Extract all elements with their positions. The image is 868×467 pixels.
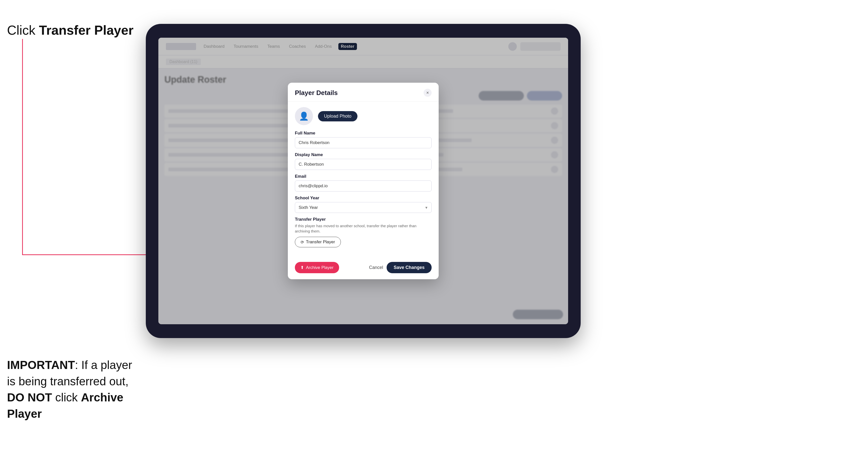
- modal-footer: ⬆ Archive Player Cancel Save Changes: [288, 258, 439, 279]
- transfer-btn-label: Transfer Player: [306, 240, 335, 245]
- player-details-modal: Player Details × 👤 Upload Photo Full Nam: [288, 83, 439, 279]
- school-year-select[interactable]: First Year Second Year Third Year Fourth…: [295, 202, 432, 213]
- cancel-button[interactable]: Cancel: [369, 265, 383, 270]
- school-year-label: School Year: [295, 195, 432, 200]
- avatar-circle: 👤: [295, 107, 313, 125]
- full-name-label: Full Name: [295, 131, 432, 136]
- save-changes-button[interactable]: Save Changes: [386, 262, 432, 273]
- email-field: Email: [295, 174, 432, 191]
- instruction-highlight: Transfer Player: [39, 23, 133, 37]
- instruction-prefix: Click: [7, 23, 39, 37]
- school-year-select-wrapper: First Year Second Year Third Year Fourth…: [295, 202, 432, 213]
- archive-btn-label: Archive Player: [306, 265, 334, 270]
- display-name-field: Display Name: [295, 152, 432, 170]
- do-not-label: DO NOT: [7, 391, 52, 404]
- tablet-screen: Dashboard Tournaments Teams Coaches Add-…: [158, 38, 568, 324]
- email-input[interactable]: [295, 181, 432, 191]
- transfer-icon: ⟳: [301, 240, 304, 245]
- upload-photo-button[interactable]: Upload Photo: [318, 111, 358, 121]
- transfer-player-button[interactable]: ⟳ Transfer Player: [295, 237, 341, 247]
- full-name-input[interactable]: [295, 137, 432, 148]
- annotation-line-vertical: [22, 39, 23, 255]
- photo-row: 👤 Upload Photo: [295, 107, 432, 125]
- modal-header: Player Details ×: [288, 83, 439, 101]
- tablet-device: Dashboard Tournaments Teams Coaches Add-…: [146, 24, 581, 338]
- modal-overlay: Player Details × 👤 Upload Photo Full Nam: [158, 38, 568, 324]
- archive-player-button[interactable]: ⬆ Archive Player: [295, 262, 339, 273]
- avatar-icon: 👤: [299, 111, 309, 121]
- modal-title: Player Details: [295, 89, 338, 97]
- archive-icon: ⬆: [300, 265, 304, 270]
- instruction-top: Click Transfer Player: [7, 23, 133, 38]
- full-name-field: Full Name: [295, 131, 432, 148]
- transfer-section-description: If this player has moved to another scho…: [295, 223, 432, 234]
- display-name-label: Display Name: [295, 152, 432, 157]
- transfer-section-label: Transfer Player: [295, 217, 432, 222]
- modal-body: 👤 Upload Photo Full Name Display Name: [288, 101, 439, 258]
- email-label: Email: [295, 174, 432, 179]
- instruction-text-2: click: [52, 391, 81, 404]
- display-name-input[interactable]: [295, 159, 432, 170]
- modal-close-button[interactable]: ×: [424, 89, 432, 97]
- transfer-player-section: Transfer Player If this player has moved…: [295, 217, 432, 247]
- school-year-field: School Year First Year Second Year Third…: [295, 195, 432, 213]
- instruction-bottom: IMPORTANT: If a player is being transfer…: [7, 357, 138, 422]
- important-label: IMPORTANT: [7, 359, 75, 372]
